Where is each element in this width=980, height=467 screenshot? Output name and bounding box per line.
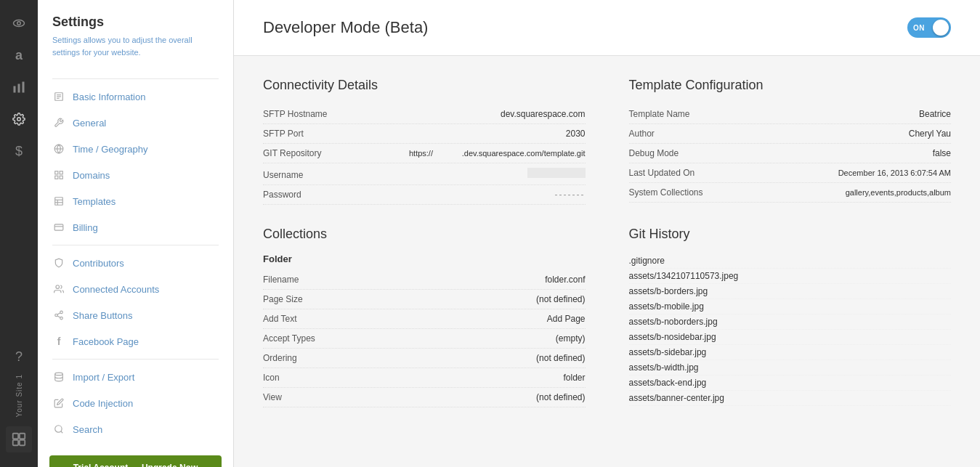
connectivity-password: Password -------: [263, 185, 586, 205]
eye-icon[interactable]: [4, 9, 33, 38]
svg-rect-18: [55, 176, 58, 179]
chart-icon[interactable]: [4, 73, 33, 102]
svg-rect-20: [55, 198, 63, 206]
toggle-switch[interactable]: ON: [907, 17, 951, 38]
time-geography-label: Time / Geography: [73, 144, 148, 155]
dollar-icon[interactable]: $: [4, 137, 33, 166]
svg-point-28: [55, 314, 58, 317]
git-history-section: Git History .gitignore assets/1342107110…: [629, 227, 952, 407]
sidebar-item-contributors[interactable]: Contributors: [38, 250, 233, 276]
table-icon: [52, 195, 65, 208]
sidebar-item-import-export[interactable]: Import / Export: [38, 364, 233, 390]
svg-rect-7: [20, 434, 25, 439]
filename-label: Filename: [263, 275, 350, 285]
last-updated-row: Last Updated On December 16, 2013 6:07:5…: [629, 163, 952, 183]
connected-accounts-label: Connected Accounts: [73, 284, 159, 295]
ordering-label: Ordering: [263, 353, 350, 363]
page-size-value: (not defined): [536, 294, 585, 304]
search-label: Search: [73, 424, 102, 435]
connectivity-git-repo: GIT Repository https:// .dev.squarespace…: [263, 144, 586, 163]
git-history-list: .gitignore assets/1342107110573.jpeg ass…: [629, 253, 952, 406]
sftp-hostname-label: SFTP Hostname: [263, 109, 350, 119]
svg-rect-24: [54, 224, 63, 230]
search-icon: [52, 423, 65, 436]
main-content: Developer Mode (Beta) ON Connectivity De…: [234, 0, 980, 467]
sidebar-title: Settings: [52, 15, 219, 30]
svg-rect-16: [55, 171, 58, 174]
sidebar-item-connected-accounts[interactable]: Connected Accounts: [38, 276, 233, 302]
username-label: Username: [263, 170, 350, 180]
template-name-row: Template Name Beatrice: [629, 105, 952, 124]
sidebar-item-search[interactable]: Search: [38, 416, 233, 442]
collections-section: Collections Folder Filename folder.conf …: [263, 227, 586, 407]
accept-types-label: Accept Types: [263, 333, 350, 344]
sidebar-item-templates[interactable]: Templates: [38, 188, 233, 214]
toggle-knob: [933, 20, 949, 36]
basic-information-label: Basic Information: [73, 92, 145, 102]
view-label: View: [263, 392, 350, 402]
debug-mode-row: Debug Mode false: [629, 144, 952, 163]
question-icon[interactable]: ?: [4, 342, 33, 371]
sidebar-item-share-buttons[interactable]: Share Buttons: [38, 302, 233, 328]
system-collections-label: System Collections: [629, 187, 716, 198]
connectivity-sftp-hostname: SFTP Hostname dev.squarespace.com: [263, 105, 586, 124]
view-value: (not defined): [536, 392, 585, 402]
sidebar-item-facebook-page[interactable]: f Facebook Page: [38, 328, 233, 354]
toggle-track[interactable]: ON: [907, 17, 951, 38]
general-label: General: [73, 118, 106, 129]
sidebar: Settings Settings allows you to adjust t…: [38, 0, 234, 467]
share-icon: [52, 309, 65, 322]
sidebar-item-time-geography[interactable]: Time / Geography: [38, 136, 233, 162]
ordering-value: (not defined): [536, 353, 585, 363]
password-label: Password: [263, 190, 350, 200]
template-config-title: Template Configuration: [629, 78, 952, 93]
collections-subfolder-title: Folder: [263, 253, 586, 264]
collections-title: Collections: [263, 227, 586, 242]
sidebar-item-basic-information[interactable]: Basic Information: [38, 84, 233, 110]
add-text-label: Add Text: [263, 314, 350, 324]
sidebar-item-general[interactable]: General: [38, 110, 233, 136]
sidebar-divider-2: [52, 245, 219, 245]
collections-filename: Filename folder.conf: [263, 270, 586, 290]
debug-mode-value: false: [933, 148, 951, 158]
svg-line-31: [57, 313, 60, 314]
sidebar-divider-3: [52, 359, 219, 360]
git-history-item: assets/back-end.jpg: [629, 375, 952, 391]
grid-icon: [52, 168, 65, 182]
code-injection-label: Code Injection: [73, 398, 133, 409]
username-value: [527, 168, 586, 178]
add-text-value: Add Page: [547, 314, 586, 324]
template-name-label: Template Name: [629, 109, 716, 119]
svg-rect-2: [14, 86, 16, 93]
toggle-label: ON: [913, 24, 925, 32]
sftp-hostname-value: dev.squarespace.com: [501, 109, 586, 119]
sidebar-item-billing[interactable]: Billing: [38, 214, 233, 240]
content-area: Connectivity Details SFTP Hostname dev.s…: [234, 56, 980, 429]
svg-point-5: [17, 118, 21, 121]
contributors-label: Contributors: [73, 258, 124, 269]
gear-icon[interactable]: [4, 105, 33, 134]
author-label: Author: [629, 129, 716, 139]
password-value: -------: [555, 190, 586, 200]
facebook-page-label: Facebook Page: [73, 336, 139, 347]
upgrade-button[interactable]: Trial Account — Upgrade Now: [49, 455, 222, 467]
sidebar-item-code-injection[interactable]: Code Injection: [38, 390, 233, 416]
svg-line-30: [57, 316, 60, 317]
connectivity-title: Connectivity Details: [263, 78, 586, 93]
text-a-icon[interactable]: a: [4, 41, 33, 70]
icon-bar: a $ ? Your Site 1: [0, 0, 38, 467]
connectivity-sftp-port: SFTP Port 2030: [263, 124, 586, 144]
svg-rect-19: [60, 176, 62, 179]
sidebar-header: Settings Settings allows you to adjust t…: [38, 15, 233, 74]
collections-accept-types: Accept Types (empty): [263, 329, 586, 349]
author-row: Author Cheryl Yau: [629, 124, 952, 144]
squarespace-logo: [6, 426, 32, 452]
sidebar-item-domains[interactable]: Domains: [38, 162, 233, 188]
import-export-label: Import / Export: [73, 372, 134, 383]
card-icon: [52, 221, 65, 234]
developer-mode-title: Developer Mode (Beta): [263, 18, 428, 37]
last-updated-label: Last Updated On: [629, 168, 716, 178]
sidebar-subtitle: Settings allows you to adjust the overal…: [52, 34, 219, 58]
sftp-port-label: SFTP Port: [263, 129, 350, 139]
svg-rect-8: [13, 440, 18, 445]
